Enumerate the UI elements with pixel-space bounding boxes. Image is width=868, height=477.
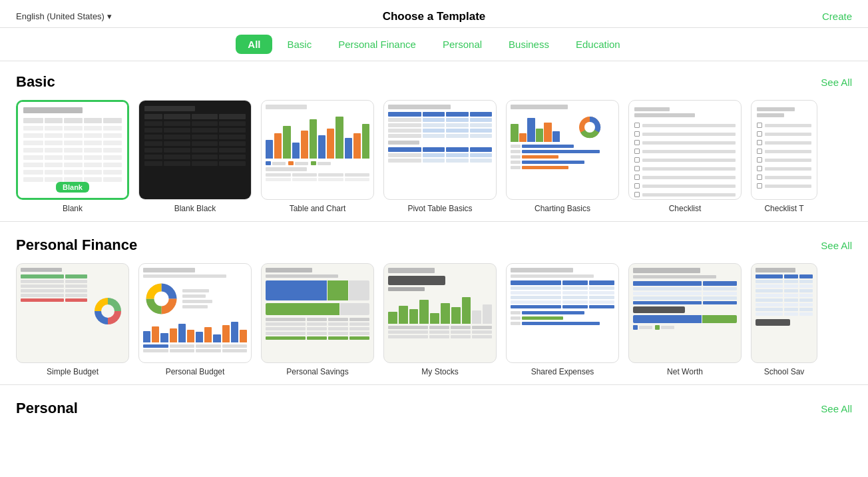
basic-template-grid: Blank Blank — [16, 100, 852, 213]
template-table-chart[interactable]: Table and Chart — [261, 100, 374, 213]
personal-finance-section: Personal Finance See All — [0, 225, 868, 382]
tab-education[interactable]: Education — [564, 35, 632, 54]
pf-template-grid: Simple Budget — [16, 263, 852, 376]
template-pivot-label: Pivot Table Basics — [407, 204, 472, 213]
template-my-stocks[interactable]: My Stocks — [383, 263, 497, 376]
template-charting-thumb — [506, 100, 619, 200]
template-personal-savings-thumb — [261, 263, 374, 363]
template-pivot[interactable]: Pivot Table Basics — [383, 100, 497, 213]
template-personal-budget-label: Personal Budget — [166, 367, 225, 376]
tab-business[interactable]: Business — [497, 35, 561, 54]
basic-section-header: Basic See All — [16, 73, 852, 91]
svg-point-1 — [584, 122, 595, 133]
template-shared-expenses-thumb — [506, 263, 619, 363]
template-charting[interactable]: Charting Basics — [506, 100, 619, 213]
pf-section-title: Personal Finance — [16, 237, 137, 254]
tab-personal[interactable]: Personal — [431, 35, 494, 54]
template-personal-savings[interactable]: Personal Savings — [261, 263, 374, 376]
template-checklist2-label: Checklist T — [764, 204, 803, 213]
template-net-worth[interactable]: Net Worth — [628, 263, 742, 376]
personal-section: Personal See All — [0, 388, 868, 432]
personal-section-title: Personal — [16, 400, 78, 417]
template-shared-expenses[interactable]: Shared Expenses — [506, 263, 619, 376]
template-school-savings[interactable]: School Sav — [751, 263, 817, 376]
tab-bar: All Basic Personal Finance Personal Busi… — [0, 28, 868, 61]
tab-all[interactable]: All — [236, 35, 272, 54]
chevron-down-icon: ▾ — [107, 11, 112, 21]
template-charting-label: Charting Basics — [535, 204, 590, 213]
svg-point-3 — [101, 304, 114, 318]
template-checklist-label: Checklist — [669, 204, 702, 213]
template-simple-budget-label: Simple Budget — [47, 367, 99, 376]
template-checklist[interactable]: Checklist — [628, 100, 742, 213]
header: English (United States) ▾ Choose a Templ… — [0, 0, 868, 28]
language-selector[interactable]: English (United States) ▾ — [16, 11, 112, 21]
template-blank-black-thumb — [138, 100, 252, 200]
personal-section-header: Personal See All — [16, 400, 852, 417]
template-my-stocks-thumb — [383, 263, 497, 363]
pf-section-header: Personal Finance See All — [16, 237, 852, 254]
template-personal-savings-label: Personal Savings — [286, 367, 348, 376]
template-school-savings-label: School Sav — [764, 367, 805, 376]
tab-basic[interactable]: Basic — [275, 35, 324, 54]
personal-see-all[interactable]: See All — [821, 403, 852, 414]
template-checklist2[interactable]: Checklist T — [751, 100, 817, 213]
template-pivot-thumb — [383, 100, 497, 200]
template-blank-label: Blank — [63, 204, 83, 213]
template-net-worth-thumb — [628, 263, 742, 363]
template-personal-budget-thumb — [138, 263, 252, 363]
template-school-savings-thumb — [751, 263, 817, 363]
basic-see-all[interactable]: See All — [821, 77, 852, 88]
template-personal-budget[interactable]: Personal Budget — [138, 263, 252, 376]
language-label: English (United States) — [16, 11, 105, 21]
basic-section: Basic See All — [0, 61, 868, 219]
create-button[interactable]: Create — [822, 11, 852, 22]
template-my-stocks-label: My Stocks — [421, 367, 458, 376]
template-blank-black-label: Blank Black — [174, 204, 216, 213]
template-shared-expenses-label: Shared Expenses — [531, 367, 594, 376]
template-simple-budget-thumb — [16, 263, 129, 363]
template-table-chart-label: Table and Chart — [290, 204, 346, 213]
basic-section-title: Basic — [16, 73, 55, 91]
template-table-chart-thumb — [261, 100, 374, 200]
page-title: Choose a Template — [383, 10, 486, 23]
blank-badge: Blank — [56, 182, 89, 193]
template-blank-thumb: Blank — [16, 100, 129, 200]
template-checklist-thumb — [628, 100, 742, 200]
pf-see-all[interactable]: See All — [821, 240, 852, 251]
template-checklist2-thumb — [751, 100, 817, 200]
tab-personal-finance[interactable]: Personal Finance — [326, 35, 428, 54]
svg-point-5 — [154, 292, 169, 306]
template-blank[interactable]: Blank Blank — [16, 100, 129, 213]
template-simple-budget[interactable]: Simple Budget — [16, 263, 129, 376]
template-net-worth-label: Net Worth — [667, 367, 703, 376]
template-blank-black[interactable]: Blank Black — [138, 100, 252, 213]
